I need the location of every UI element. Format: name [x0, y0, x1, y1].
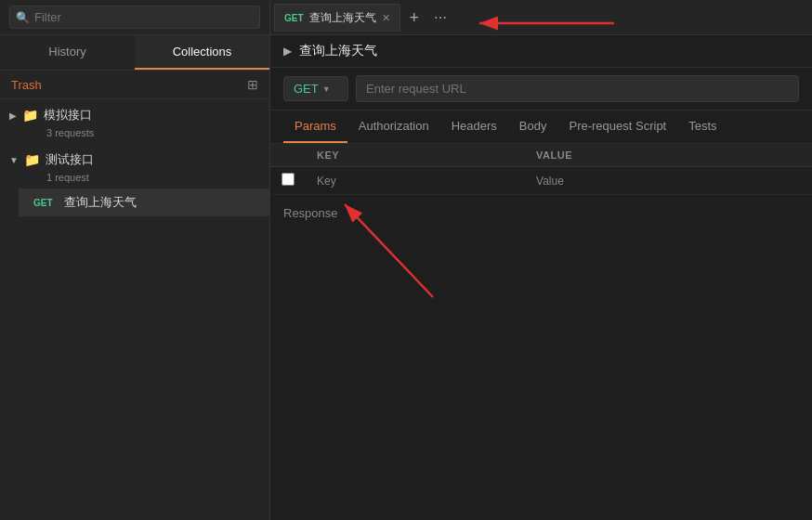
search-icon-wrap: 🔍 — [9, 6, 260, 29]
request-title: 查询上海天气 — [299, 43, 377, 59]
request-item-weather[interactable]: GET 查询上海天气 — [19, 188, 269, 216]
collection-count-2: 1 request — [19, 172, 269, 188]
tab-collections[interactable]: Collections — [135, 35, 269, 70]
param-tab-pre-request[interactable]: Pre-request Script — [557, 110, 677, 143]
param-tab-body[interactable]: Body — [508, 110, 558, 143]
new-collection-icon[interactable]: ⊞ — [247, 77, 258, 92]
collection-header-2[interactable]: ▼ 📁 测试接口 — [0, 144, 269, 172]
kv-table-wrapper: KEY VALUE Key — [270, 144, 812, 195]
app-container: 🔍 History Collections Trash ⊞ ▶ 📁 模拟接口 — [0, 0, 812, 520]
row-value-cell[interactable]: Value — [525, 167, 812, 195]
method-select[interactable]: GET ▼ — [283, 76, 348, 101]
collection-sub-1: 3 requests — [0, 127, 269, 144]
col-value-header: VALUE — [525, 144, 812, 167]
more-tabs-button[interactable]: ⋯ — [426, 10, 454, 25]
main-area: GET 查询上海天气 ✕ + ⋯ ▶ 查询上海天气 GET ▼ Params — [270, 0, 812, 520]
method-dropdown-arrow: ▼ — [322, 84, 331, 94]
folder-icon-1: 📁 — [22, 108, 38, 123]
collection-item-1: ▶ 📁 模拟接口 3 requests — [0, 99, 269, 144]
new-tab-button[interactable]: + — [402, 9, 427, 26]
param-tab-params[interactable]: Params — [283, 110, 347, 143]
tab-close-btn[interactable]: ✕ — [382, 12, 390, 24]
row-checkbox[interactable] — [282, 173, 295, 186]
tab-bar: GET 查询上海天气 ✕ + ⋯ — [270, 0, 812, 35]
collapse-arrow-1: ▶ — [9, 110, 17, 121]
response-section: Response — [270, 195, 812, 231]
collection-item-2: ▼ 📁 测试接口 1 request GET 查询上海天气 — [0, 144, 269, 216]
collection-count-1: 3 requests — [19, 127, 269, 144]
folder-icon-2: 📁 — [24, 152, 40, 167]
sidebar: 🔍 History Collections Trash ⊞ ▶ 📁 模拟接口 — [0, 0, 270, 520]
collection-header-1[interactable]: ▶ 📁 模拟接口 — [0, 99, 269, 127]
kv-table: KEY VALUE Key — [270, 144, 812, 195]
col-key-header: KEY — [306, 144, 525, 167]
collection-name-2: 测试接口 — [46, 151, 94, 168]
param-tabs: Params Authorization Headers Body Pre-re… — [270, 110, 812, 144]
collection-sub-2: 1 request GET 查询上海天气 — [0, 172, 269, 216]
url-bar: GET ▼ — [270, 68, 812, 110]
expand-arrow-icon: ▶ — [283, 45, 292, 58]
url-input[interactable] — [356, 75, 799, 102]
param-tab-authorization[interactable]: Authorization — [347, 110, 440, 143]
tab-method: GET — [284, 13, 304, 23]
row-key-cell[interactable]: Key — [306, 167, 525, 195]
row-checkbox-cell — [270, 167, 306, 195]
trash-label[interactable]: Trash — [11, 78, 42, 92]
filter-input[interactable] — [9, 6, 260, 29]
collection-name-1: 模拟接口 — [44, 107, 92, 124]
sidebar-search-bar: 🔍 — [0, 0, 269, 35]
collapse-arrow-2: ▼ — [9, 155, 19, 165]
sidebar-tabs: History Collections — [0, 35, 269, 71]
method-label: GET — [294, 82, 319, 96]
method-badge-get: GET — [30, 197, 57, 209]
param-tab-headers[interactable]: Headers — [440, 110, 508, 143]
trash-row: Trash ⊞ — [0, 71, 269, 99]
table-row: Key Value — [270, 167, 812, 195]
tab-label: 查询上海天气 — [309, 10, 376, 26]
tab-history[interactable]: History — [0, 35, 135, 70]
request-name-weather: 查询上海天气 — [64, 194, 137, 211]
col-checkbox — [270, 144, 306, 167]
param-tab-tests[interactable]: Tests — [677, 110, 727, 143]
request-title-bar: ▶ 查询上海天气 — [270, 35, 812, 68]
tab-item-weather[interactable]: GET 查询上海天气 ✕ — [274, 4, 400, 32]
